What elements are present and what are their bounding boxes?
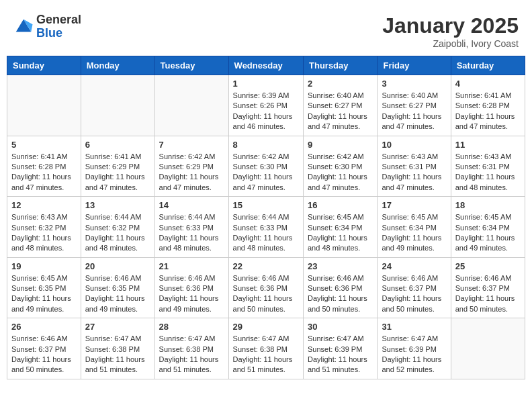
calendar-cell: 7Sunrise: 6:42 AMSunset: 6:29 PMDaylight… — [154, 136, 228, 197]
logo: General Blue — [13, 13, 81, 40]
location-subtitle: Zaipobli, Ivory Coast — [382, 38, 519, 49]
calendar-cell: 22Sunrise: 6:46 AMSunset: 6:36 PMDayligh… — [228, 257, 303, 318]
calendar-cell: 6Sunrise: 6:41 AMSunset: 6:29 PMDaylight… — [81, 136, 154, 197]
logo-general-text: General — [36, 13, 81, 27]
logo-blue-text: Blue — [36, 27, 81, 40]
day-number: 27 — [85, 322, 150, 332]
day-number: 25 — [455, 261, 521, 271]
day-info: Sunrise: 6:42 AMSunset: 6:29 PMDaylight:… — [159, 152, 224, 193]
calendar-cell: 21Sunrise: 6:46 AMSunset: 6:36 PMDayligh… — [154, 257, 228, 318]
day-number: 24 — [382, 261, 446, 271]
calendar-cell: 30Sunrise: 6:47 AMSunset: 6:39 PMDayligh… — [304, 318, 378, 379]
day-number: 2 — [308, 79, 373, 89]
day-info: Sunrise: 6:43 AMSunset: 6:32 PMDaylight:… — [11, 212, 77, 254]
calendar-cell: 19Sunrise: 6:45 AMSunset: 6:35 PMDayligh… — [7, 257, 81, 318]
week-row-0: 1Sunrise: 6:39 AMSunset: 6:26 PMDaylight… — [7, 75, 525, 136]
day-info: Sunrise: 6:46 AMSunset: 6:37 PMDaylight:… — [455, 273, 521, 315]
logo-icon — [13, 17, 34, 37]
calendar-cell: 27Sunrise: 6:47 AMSunset: 6:38 PMDayligh… — [81, 318, 154, 379]
day-number: 18 — [455, 200, 521, 210]
calendar-header-wednesday: Wednesday — [228, 56, 303, 75]
day-info: Sunrise: 6:42 AMSunset: 6:30 PMDaylight:… — [308, 152, 373, 193]
calendar-cell: 15Sunrise: 6:44 AMSunset: 6:33 PMDayligh… — [228, 197, 303, 258]
calendar-cell: 11Sunrise: 6:43 AMSunset: 6:31 PMDayligh… — [451, 136, 525, 197]
calendar-cell — [154, 75, 228, 136]
day-info: Sunrise: 6:43 AMSunset: 6:31 PMDaylight:… — [455, 152, 521, 193]
day-info: Sunrise: 6:47 AMSunset: 6:39 PMDaylight:… — [382, 334, 446, 375]
day-info: Sunrise: 6:41 AMSunset: 6:28 PMDaylight:… — [11, 152, 77, 193]
calendar-header-friday: Friday — [378, 56, 451, 75]
calendar-cell: 5Sunrise: 6:41 AMSunset: 6:28 PMDaylight… — [7, 136, 81, 197]
day-info: Sunrise: 6:42 AMSunset: 6:30 PMDaylight:… — [233, 152, 299, 193]
day-number: 17 — [382, 200, 446, 210]
calendar-header-sunday: Sunday — [7, 56, 81, 75]
day-number: 26 — [11, 322, 77, 332]
day-info: Sunrise: 6:46 AMSunset: 6:35 PMDaylight:… — [85, 273, 150, 315]
day-number: 13 — [85, 200, 150, 210]
day-info: Sunrise: 6:40 AMSunset: 6:27 PMDaylight:… — [382, 91, 446, 132]
day-info: Sunrise: 6:44 AMSunset: 6:32 PMDaylight:… — [85, 212, 150, 254]
calendar-header-tuesday: Tuesday — [154, 56, 228, 75]
calendar-cell: 14Sunrise: 6:44 AMSunset: 6:33 PMDayligh… — [154, 197, 228, 258]
day-info: Sunrise: 6:45 AMSunset: 6:35 PMDaylight:… — [11, 273, 77, 315]
day-number: 11 — [455, 140, 521, 150]
day-number: 21 — [159, 261, 224, 271]
day-number: 14 — [159, 200, 224, 210]
day-number: 31 — [382, 322, 446, 332]
day-number: 8 — [233, 140, 299, 150]
day-number: 22 — [233, 261, 299, 271]
calendar-cell: 28Sunrise: 6:47 AMSunset: 6:38 PMDayligh… — [154, 318, 228, 379]
day-info: Sunrise: 6:41 AMSunset: 6:28 PMDaylight:… — [455, 91, 521, 132]
calendar-cell: 13Sunrise: 6:44 AMSunset: 6:32 PMDayligh… — [81, 197, 154, 258]
day-info: Sunrise: 6:45 AMSunset: 6:34 PMDaylight:… — [308, 212, 373, 254]
calendar-cell: 31Sunrise: 6:47 AMSunset: 6:39 PMDayligh… — [378, 318, 451, 379]
day-number: 3 — [382, 79, 446, 89]
week-row-1: 5Sunrise: 6:41 AMSunset: 6:28 PMDaylight… — [7, 136, 525, 197]
day-info: Sunrise: 6:46 AMSunset: 6:36 PMDaylight:… — [233, 273, 299, 315]
day-number: 20 — [85, 261, 150, 271]
calendar-header-saturday: Saturday — [451, 56, 525, 75]
calendar-header-row: SundayMondayTuesdayWednesdayThursdayFrid… — [7, 56, 525, 75]
day-number: 28 — [159, 322, 224, 332]
calendar-cell — [81, 75, 154, 136]
day-number: 10 — [382, 140, 446, 150]
calendar-cell: 3Sunrise: 6:40 AMSunset: 6:27 PMDaylight… — [378, 75, 451, 136]
day-number: 5 — [11, 140, 77, 150]
calendar-table: SundayMondayTuesdayWednesdayThursdayFrid… — [7, 56, 525, 379]
day-info: Sunrise: 6:46 AMSunset: 6:36 PMDaylight:… — [159, 273, 224, 315]
calendar-cell: 9Sunrise: 6:42 AMSunset: 6:30 PMDaylight… — [304, 136, 378, 197]
calendar-cell: 17Sunrise: 6:45 AMSunset: 6:34 PMDayligh… — [378, 197, 451, 258]
day-number: 7 — [159, 140, 224, 150]
day-info: Sunrise: 6:46 AMSunset: 6:37 PMDaylight:… — [11, 334, 77, 375]
day-info: Sunrise: 6:43 AMSunset: 6:31 PMDaylight:… — [382, 152, 446, 193]
day-info: Sunrise: 6:45 AMSunset: 6:34 PMDaylight:… — [382, 212, 446, 254]
calendar-cell: 2Sunrise: 6:40 AMSunset: 6:27 PMDaylight… — [304, 75, 378, 136]
day-info: Sunrise: 6:47 AMSunset: 6:38 PMDaylight:… — [159, 334, 224, 375]
day-number: 15 — [233, 200, 299, 210]
calendar-header-monday: Monday — [81, 56, 154, 75]
day-number: 16 — [308, 200, 373, 210]
day-info: Sunrise: 6:39 AMSunset: 6:26 PMDaylight:… — [233, 91, 299, 132]
calendar-cell: 8Sunrise: 6:42 AMSunset: 6:30 PMDaylight… — [228, 136, 303, 197]
title-block: January 2025 Zaipobli, Ivory Coast — [382, 13, 519, 49]
calendar-cell: 10Sunrise: 6:43 AMSunset: 6:31 PMDayligh… — [378, 136, 451, 197]
week-row-2: 12Sunrise: 6:43 AMSunset: 6:32 PMDayligh… — [7, 197, 525, 258]
calendar-cell: 23Sunrise: 6:46 AMSunset: 6:36 PMDayligh… — [304, 257, 378, 318]
day-number: 4 — [455, 79, 521, 89]
calendar-cell: 26Sunrise: 6:46 AMSunset: 6:37 PMDayligh… — [7, 318, 81, 379]
day-info: Sunrise: 6:47 AMSunset: 6:39 PMDaylight:… — [308, 334, 373, 375]
day-number: 9 — [308, 140, 373, 150]
day-number: 1 — [233, 79, 299, 89]
calendar-cell: 1Sunrise: 6:39 AMSunset: 6:26 PMDaylight… — [228, 75, 303, 136]
day-info: Sunrise: 6:47 AMSunset: 6:38 PMDaylight:… — [233, 334, 299, 375]
day-info: Sunrise: 6:45 AMSunset: 6:34 PMDaylight:… — [455, 212, 521, 254]
calendar-cell: 18Sunrise: 6:45 AMSunset: 6:34 PMDayligh… — [451, 197, 525, 258]
day-number: 30 — [308, 322, 373, 332]
month-title: January 2025 — [382, 13, 519, 38]
calendar-cell: 25Sunrise: 6:46 AMSunset: 6:37 PMDayligh… — [451, 257, 525, 318]
calendar-cell: 20Sunrise: 6:46 AMSunset: 6:35 PMDayligh… — [81, 257, 154, 318]
day-info: Sunrise: 6:47 AMSunset: 6:38 PMDaylight:… — [85, 334, 150, 375]
day-info: Sunrise: 6:41 AMSunset: 6:29 PMDaylight:… — [85, 152, 150, 193]
day-info: Sunrise: 6:44 AMSunset: 6:33 PMDaylight:… — [233, 212, 299, 254]
day-number: 29 — [233, 322, 299, 332]
